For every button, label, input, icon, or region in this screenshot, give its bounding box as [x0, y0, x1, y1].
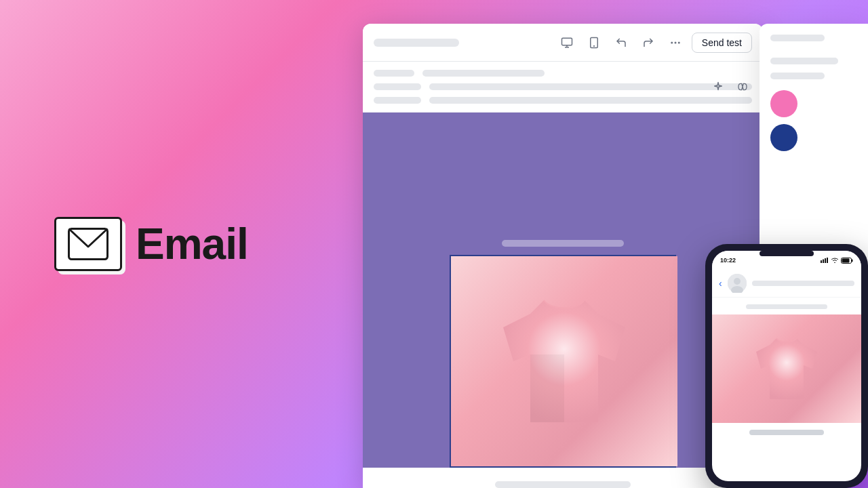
properties-title-skeleton	[770, 35, 825, 41]
svg-rect-17	[821, 260, 822, 263]
row-label-skeleton	[374, 83, 421, 90]
editor-row-3	[374, 97, 752, 104]
phone-email-nav: ‹	[712, 270, 861, 298]
phone-email-body	[712, 298, 861, 481]
variable-button[interactable]	[733, 77, 752, 96]
branding-label: Email	[136, 219, 248, 269]
phone-time: 10:22	[720, 257, 736, 264]
email-image-block[interactable]	[450, 255, 676, 468]
svg-point-7	[671, 41, 673, 43]
mobile-preview: 10:22	[705, 244, 868, 488]
color-swatch-navy[interactable]	[770, 124, 797, 151]
phone-screen: 10:22	[712, 251, 861, 481]
row-value-skeleton	[429, 97, 752, 104]
sparkle-button[interactable]	[709, 77, 728, 96]
email-below-image-content	[363, 468, 763, 488]
svg-point-8	[674, 41, 676, 43]
undo-button[interactable]	[610, 32, 632, 54]
desktop-view-button[interactable]	[556, 32, 578, 54]
wifi-icon	[831, 258, 839, 263]
row-value-skeleton	[429, 83, 752, 90]
phone-sender-avatar	[728, 274, 747, 293]
phone-sender-name-skeleton	[752, 281, 854, 286]
redo-button[interactable]	[637, 32, 659, 54]
color-swatch-pink[interactable]	[770, 90, 797, 117]
product-title-skeleton	[495, 481, 631, 488]
phone-shirt-svg	[743, 325, 831, 413]
row-value-skeleton	[422, 70, 545, 77]
svg-rect-18	[823, 260, 824, 264]
undo-icon	[615, 37, 627, 49]
phone-back-button[interactable]: ‹	[719, 278, 722, 289]
editor-header-rows	[363, 62, 763, 113]
svg-rect-22	[852, 259, 853, 262]
send-test-button[interactable]: Send test	[692, 33, 752, 53]
signal-icon	[821, 258, 829, 263]
phone-subject-skeleton	[746, 304, 827, 309]
email-logo-icon	[54, 217, 122, 271]
product-image	[451, 256, 677, 466]
email-image-block-wrapper	[363, 255, 763, 468]
email-purple-header	[363, 113, 763, 255]
more-options-button[interactable]	[665, 32, 686, 54]
email-icon-face	[54, 217, 122, 271]
phone-status-icons	[821, 258, 853, 264]
more-dots-icon	[669, 37, 682, 49]
phone-product-image	[712, 314, 861, 423]
phone-cta-skeleton	[749, 430, 824, 435]
row-action-icons	[709, 77, 752, 96]
editor-panel: Send test	[363, 24, 763, 488]
shirt-svg	[476, 273, 652, 449]
email-content-area	[363, 113, 763, 488]
email-header-text-skeleton	[502, 240, 624, 247]
mobile-view-button[interactable]	[583, 32, 605, 54]
branding-section: Email	[54, 217, 248, 271]
editor-row-2	[374, 83, 752, 90]
battery-icon	[841, 258, 853, 264]
svg-point-25	[734, 278, 741, 285]
phone-notch	[760, 251, 814, 256]
editor-toolbar: Send test	[363, 24, 763, 62]
svg-rect-1	[561, 38, 572, 45]
editor-row-1	[374, 70, 752, 77]
svg-rect-20	[827, 258, 828, 263]
desktop-icon	[561, 37, 573, 49]
property-row-2	[770, 73, 825, 79]
svg-rect-23	[842, 258, 850, 262]
phone-frame: 10:22	[705, 244, 868, 488]
row-label-skeleton	[374, 97, 421, 104]
redo-icon	[642, 37, 654, 49]
variable-icon	[737, 81, 748, 92]
svg-point-9	[678, 41, 680, 43]
color-swatches-group	[770, 90, 857, 151]
svg-point-6	[593, 45, 594, 46]
sparkle-icon	[713, 81, 724, 92]
svg-rect-19	[825, 258, 826, 263]
avatar-svg	[728, 274, 747, 293]
toolbar-title-skeleton	[374, 39, 459, 47]
row-label-skeleton	[374, 70, 414, 77]
property-row-1	[770, 58, 838, 64]
envelope-svg	[68, 228, 108, 260]
mobile-icon	[588, 37, 600, 49]
